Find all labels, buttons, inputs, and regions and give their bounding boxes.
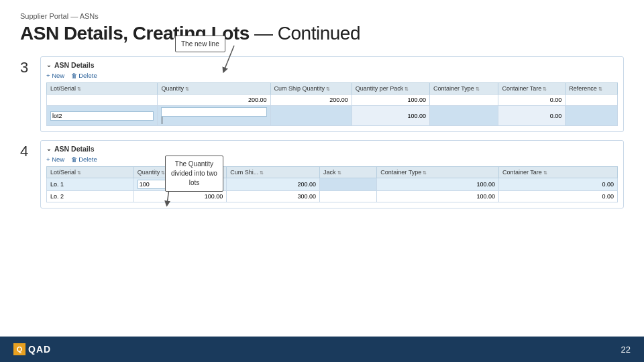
col-container-type: Container Type⇅ bbox=[429, 83, 498, 95]
cell-qpp-active: 100.00 bbox=[352, 106, 429, 126]
subtitle: Supplier Portal — ASNs bbox=[20, 12, 624, 20]
step4-panel: The Quantity divided into two lots ⌄ ASN… bbox=[40, 140, 624, 208]
cell2-cum2: 300.00 bbox=[227, 191, 320, 202]
cell-ct bbox=[429, 95, 498, 106]
footer-logo: Q QAD bbox=[13, 343, 51, 355]
cell2-cum1: 200.00 bbox=[227, 178, 320, 191]
step3-panel-header: ⌄ ASN Details bbox=[46, 61, 618, 69]
step3-delete-btn[interactable]: 🗑 Delete bbox=[71, 72, 97, 79]
cell-lot bbox=[47, 95, 158, 106]
cell-qty: 200.00 bbox=[158, 95, 270, 106]
table-row: 200.00 200.00 100.00 0.00 bbox=[47, 95, 618, 106]
cell-qty-input[interactable] bbox=[158, 106, 270, 126]
cell-cum: 200.00 bbox=[270, 95, 352, 106]
col-lot-serial: Lot/Serial⇅ bbox=[47, 83, 158, 95]
cell2-tare2: 0.00 bbox=[498, 191, 617, 202]
callout-arrow-1 bbox=[221, 42, 274, 76]
col2-container-type: Container Type⇅ bbox=[377, 167, 499, 178]
chevron-icon: ⌄ bbox=[46, 62, 52, 68]
table-row: Lo. 2 100.00 300.00 100.00 0.00 bbox=[47, 191, 618, 202]
col-cum-ship: Cum Ship Quantity⇅ bbox=[270, 83, 352, 95]
cell-ref-active bbox=[566, 106, 618, 126]
col-qty-pack: Quantity per Pack⇅ bbox=[352, 83, 429, 95]
cell2-ct2: 100.00 bbox=[377, 191, 499, 202]
cell-tare: 0.00 bbox=[498, 95, 566, 106]
lot-input-field[interactable] bbox=[50, 111, 154, 121]
col2-jack: Jack⇅ bbox=[320, 167, 377, 178]
step3-row: 3 The new line ⌄ ASN Details bbox=[20, 56, 624, 132]
cell-lot-input[interactable] bbox=[47, 106, 158, 126]
step4-number: 4 bbox=[20, 143, 40, 160]
chevron-icon-2: ⌄ bbox=[46, 145, 52, 152]
table-row: Lo. 1 200.00 100.00 0.00 bbox=[47, 178, 618, 191]
cell2-tare1: 0.00 bbox=[498, 178, 617, 191]
step3-number: 3 bbox=[20, 59, 40, 76]
logo-text: QAD bbox=[28, 344, 51, 355]
cell-qpp: 100.00 bbox=[352, 95, 429, 106]
callout-new-line: The new line bbox=[175, 36, 225, 52]
cell-cum-active bbox=[270, 106, 352, 126]
footer: Q QAD 22 bbox=[0, 337, 644, 362]
page: Supplier Portal — ASNs ASN Details, Crea… bbox=[0, 0, 644, 362]
cell-tare-active: 0.00 bbox=[498, 106, 566, 126]
step4-delete-btn[interactable]: 🗑 Delete bbox=[71, 156, 97, 163]
col2-container-tare: Container Tare⇅ bbox=[498, 167, 617, 178]
logo-icon: Q bbox=[13, 343, 25, 355]
step4-row: 4 The Quantity divided into two lots ⌄ A… bbox=[20, 140, 624, 208]
step3-table: Lot/Serial⇅ Quantity⇅ Cum Ship Quantity⇅… bbox=[46, 82, 618, 126]
cell2-lot2: Lo. 2 bbox=[47, 191, 134, 202]
col-quantity: Quantity⇅ bbox=[158, 83, 270, 95]
page-title: ASN Details, Creating Lots — Continued bbox=[20, 23, 624, 44]
step4-new-btn[interactable]: + New bbox=[46, 156, 64, 163]
col2-lot-serial: Lot/Serial⇅ bbox=[47, 167, 134, 178]
cursor bbox=[162, 117, 162, 124]
step3-header-row: Lot/Serial⇅ Quantity⇅ Cum Ship Quantity⇅… bbox=[47, 83, 618, 95]
svg-line-1 bbox=[224, 46, 234, 70]
step4-toolbar: + New 🗑 Delete bbox=[46, 156, 618, 163]
step3-panel: The new line ⌄ ASN Details + New bbox=[40, 56, 624, 132]
cell2-lot1: Lo. 1 bbox=[47, 178, 134, 191]
step4-panel-header: ⌄ ASN Details bbox=[46, 145, 618, 153]
col-container-tare: Container Tare⇅ bbox=[498, 83, 566, 95]
callout-qty-lots: The Quantity divided into two lots bbox=[165, 156, 223, 192]
col2-cum-ship: Cum Shi...⇅ bbox=[227, 167, 320, 178]
qty-input-field[interactable] bbox=[161, 107, 266, 117]
cell-ct-active bbox=[429, 106, 498, 126]
step3-new-btn[interactable]: + New bbox=[46, 72, 64, 79]
step4-header-row: Lot/Serial⇅ Quantity⇅ Cum Shi...⇅ Jack⇅ … bbox=[47, 167, 618, 178]
step3-toolbar: + New 🗑 Delete bbox=[46, 72, 618, 79]
cell-ref bbox=[566, 95, 618, 106]
col-reference: Reference⇅ bbox=[566, 83, 618, 95]
page-number: 22 bbox=[621, 345, 631, 355]
table-row: 100.00 0.00 bbox=[47, 106, 618, 126]
cell2-jack1 bbox=[320, 178, 377, 191]
step4-table: Lot/Serial⇅ Quantity⇅ Cum Shi...⇅ Jack⇅ … bbox=[46, 166, 618, 202]
cell2-jack2 bbox=[320, 191, 377, 202]
cell2-ct1: 100.00 bbox=[377, 178, 499, 191]
